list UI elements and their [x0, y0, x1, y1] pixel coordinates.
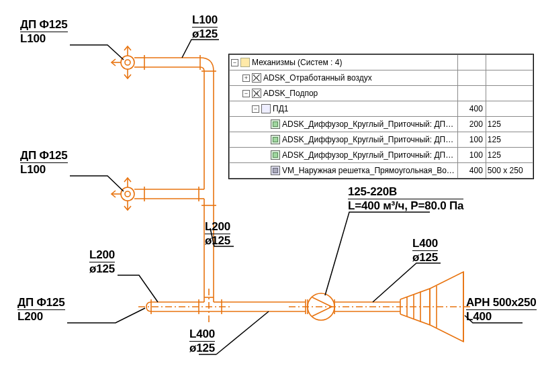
tree-row-leaf[interactable]: ADSK_Диффузор_Круглый_Приточный: ДП… 100… [230, 148, 533, 163]
tree-row-root[interactable]: − Механизмы (Систем : 4) [230, 55, 533, 70]
label-diffuser-top: ДП Ф125 L100 [20, 18, 68, 45]
flow-value: 100 [457, 148, 486, 163]
tree-row-system-exhaust[interactable]: + ADSK_Отработанный воздух [230, 70, 533, 86]
label-diffuser-bottom: ДП Ф125 L200 [17, 296, 65, 323]
size-value: 125 [486, 117, 533, 132]
svg-line-52 [216, 311, 269, 354]
collapse-icon[interactable]: − [252, 105, 259, 113]
flow-value: 200 [457, 117, 486, 132]
collapse-icon[interactable]: − [231, 59, 238, 66]
tree-label: ADSK_Отработанный воздух [263, 73, 372, 83]
size-value: 500 x 250 [486, 163, 533, 179]
tree-label: ADSK_Диффузор_Круглый_Приточный: ДП… [282, 135, 453, 144]
tree-row-system-supply[interactable]: − ADSK_Подпор [230, 86, 533, 101]
system-browser-panel[interactable]: − Механизмы (Систем : 4) + ADSK_Отработа… [228, 54, 534, 179]
tree-root-label: Механизмы (Систем : 4) [252, 58, 342, 67]
element-icon [271, 166, 280, 175]
flow-value: 100 [457, 132, 486, 148]
tree-label: ADSK_Подпор [263, 89, 318, 98]
expand-icon[interactable]: + [242, 75, 250, 82]
system-icon [252, 89, 261, 98]
label-diffuser-mid: ДП Ф125 L100 [20, 149, 68, 176]
element-icon [271, 135, 280, 144]
tree-row-leaf[interactable]: ADSK_Диффузор_Круглый_Приточный: ДП… 100… [230, 132, 533, 148]
label-seg-l100: L100 ø125 [192, 13, 218, 40]
tree-label: VM_Наружная решетка_Прямоугольная_Во… [282, 166, 455, 175]
tree-label: ПД1 [273, 104, 288, 113]
flow-value: 400 [457, 163, 486, 179]
collapse-icon[interactable]: − [242, 90, 250, 97]
label-seg-l200-horiz: L200 ø125 [89, 248, 115, 275]
tree-label: ADSK_Диффузор_Круглый_Приточный: ДП… [282, 150, 453, 160]
element-icon [271, 119, 280, 129]
label-seg-l400-right: L400 ø125 [412, 237, 438, 264]
tree-label: ADSK_Диффузор_Круглый_Приточный: ДП… [282, 119, 453, 129]
tree-row-node-pd1[interactable]: − ПД1 400 [230, 101, 533, 117]
folder-icon [240, 58, 250, 67]
label-grille: АРН 500х250 L400 [466, 296, 537, 323]
system-icon [252, 73, 261, 83]
label-seg-l200-vert: L200 ø125 [205, 220, 230, 247]
label-fan: 125-220В L=400 м³/ч, Р=80.0 Па [348, 185, 463, 212]
node-icon [261, 104, 271, 113]
flow-value: 400 [457, 101, 486, 117]
element-icon [271, 150, 280, 160]
size-value: 125 [486, 132, 533, 148]
tree-row-leaf[interactable]: VM_Наружная решетка_Прямоугольная_Во… 40… [230, 163, 533, 179]
tree-row-leaf[interactable]: ADSK_Диффузор_Круглый_Приточный: ДП… 200… [230, 117, 533, 132]
size-value: 125 [486, 148, 533, 163]
label-seg-l400-bottom: L400 ø125 [189, 328, 215, 354]
